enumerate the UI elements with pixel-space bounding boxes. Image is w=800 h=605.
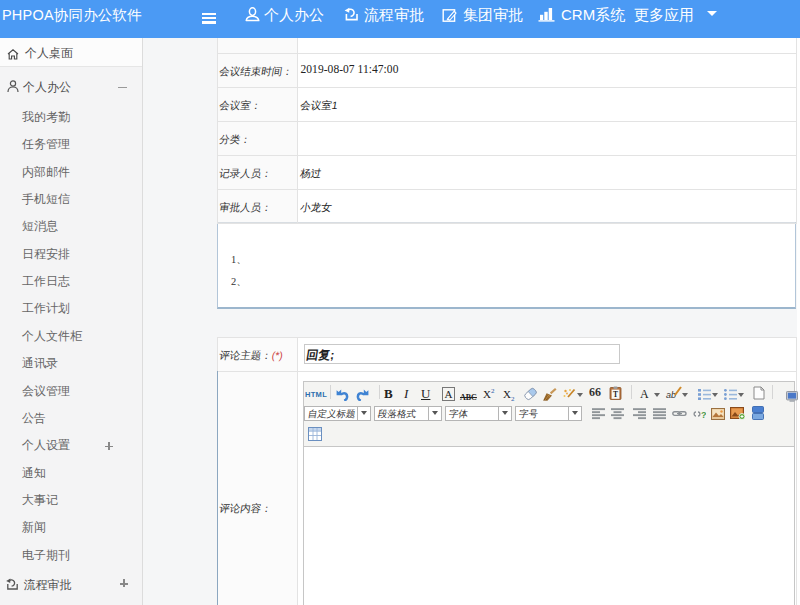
svg-text:?: ? [701,410,706,420]
svg-text:T: T [613,390,618,399]
